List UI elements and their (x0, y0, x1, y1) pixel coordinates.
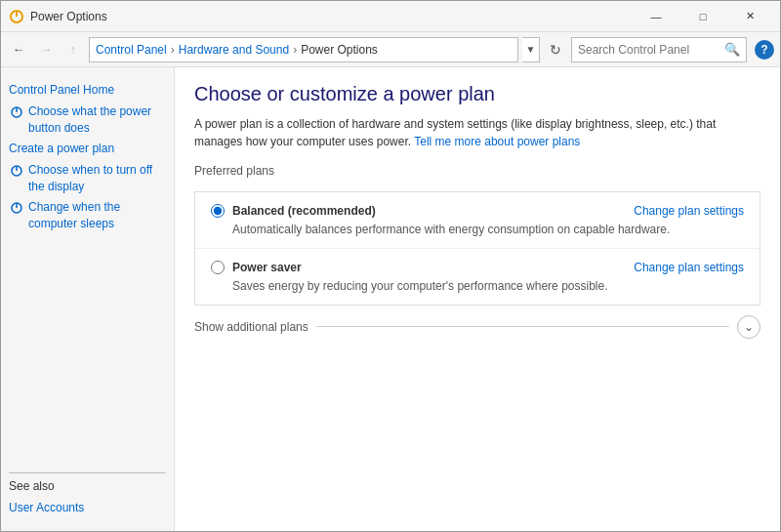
minimize-button[interactable]: — (634, 1, 678, 32)
maximize-button[interactable]: □ (680, 1, 725, 32)
plan-item-power-saver: Power saver Change plan settings Saves e… (195, 249, 760, 305)
show-additional-line (316, 326, 729, 327)
display-icon (9, 163, 24, 179)
search-bar: 🔍 (571, 37, 747, 62)
change-settings-power-saver[interactable]: Change plan settings (634, 261, 744, 274)
window-title: Power Options (30, 10, 634, 23)
plan-name-balanced: Balanced (recommended) (232, 204, 376, 218)
learn-more-link[interactable]: Tell me more about power plans (414, 135, 580, 148)
sidebar-item-computer-sleeps[interactable]: Change when the computer sleeps (9, 197, 166, 234)
see-also-divider (9, 472, 166, 473)
plan-desc-power-saver: Saves energy by reducing your computer's… (232, 278, 744, 295)
main-window: Power Options — □ ✕ ← → ↑ Control Panel … (0, 0, 781, 532)
content-panel: Choose or customize a power plan A power… (175, 67, 780, 531)
search-input[interactable] (578, 43, 724, 57)
description-text: A power plan is a collection of hardware… (194, 115, 760, 150)
plan-radio-balanced[interactable] (211, 204, 225, 218)
forward-button[interactable]: → (34, 38, 58, 61)
sidebar-item-power-button[interactable]: Choose what the power button does (9, 102, 166, 139)
sidebar-item-computer-sleeps-label[interactable]: Change when the computer sleeps (28, 199, 166, 232)
sleep-icon (9, 200, 24, 216)
search-icon[interactable]: 🔍 (724, 42, 740, 57)
back-button[interactable]: ← (7, 38, 30, 61)
refresh-button[interactable]: ↻ (544, 38, 567, 61)
main-area: Control Panel Home Choose what the power… (1, 67, 780, 531)
plan-desc-balanced: Automatically balances performance with … (232, 222, 744, 238)
show-additional-label: Show additional plans (194, 320, 308, 334)
sidebar: Control Panel Home Choose what the power… (1, 67, 175, 531)
show-additional-plans[interactable]: Show additional plans ⌄ (194, 315, 760, 339)
up-button[interactable]: ↑ (62, 38, 85, 61)
window-controls: — □ ✕ (634, 1, 772, 32)
breadcrumb-current: Power Options (301, 43, 378, 57)
breadcrumb-sep-2: › (293, 43, 297, 57)
title-bar: Power Options — □ ✕ (1, 1, 780, 32)
close-button[interactable]: ✕ (727, 1, 772, 32)
plan-item-balanced: Balanced (recommended) Change plan setti… (195, 192, 760, 249)
breadcrumb-control-panel[interactable]: Control Panel (96, 43, 167, 57)
plan-header-power-saver: Power saver Change plan settings (211, 261, 744, 274)
breadcrumb-hardware-sound[interactable]: Hardware and Sound (179, 43, 289, 57)
plan-header-balanced: Balanced (recommended) Change plan setti… (211, 204, 744, 218)
sidebar-item-power-button-label[interactable]: Choose what the power button does (28, 103, 166, 137)
sidebar-item-turn-off-display-label[interactable]: Choose when to turn off the display (28, 162, 166, 195)
sidebar-item-user-accounts[interactable]: User Accounts (9, 497, 166, 519)
preferred-plans-label: Preferred plans (194, 164, 760, 182)
window-icon (9, 9, 24, 24)
plan-label-balanced[interactable]: Balanced (recommended) (211, 204, 376, 218)
breadcrumb-sep-1: › (171, 43, 175, 57)
address-dropdown[interactable]: ▼ (522, 37, 540, 62)
sidebar-item-control-panel-home[interactable]: Control Panel Home (9, 79, 166, 102)
plan-name-power-saver: Power saver (232, 261, 302, 274)
sidebar-item-turn-off-display[interactable]: Choose when to turn off the display (9, 160, 166, 197)
power-button-icon (9, 104, 24, 120)
address-bar: ← → ↑ Control Panel › Hardware and Sound… (1, 32, 780, 67)
plan-label-power-saver[interactable]: Power saver (211, 261, 302, 274)
page-title: Choose or customize a power plan (194, 83, 760, 105)
show-additional-chevron-icon[interactable]: ⌄ (737, 315, 760, 339)
sidebar-item-create-plan[interactable]: Create a power plan (9, 138, 166, 160)
plans-container: Balanced (recommended) Change plan setti… (194, 191, 760, 306)
help-button[interactable]: ? (755, 40, 774, 60)
plan-radio-power-saver[interactable] (211, 261, 225, 274)
see-also-label: See also (9, 479, 166, 493)
change-settings-balanced[interactable]: Change plan settings (634, 204, 744, 218)
breadcrumb: Control Panel › Hardware and Sound › Pow… (89, 37, 518, 62)
